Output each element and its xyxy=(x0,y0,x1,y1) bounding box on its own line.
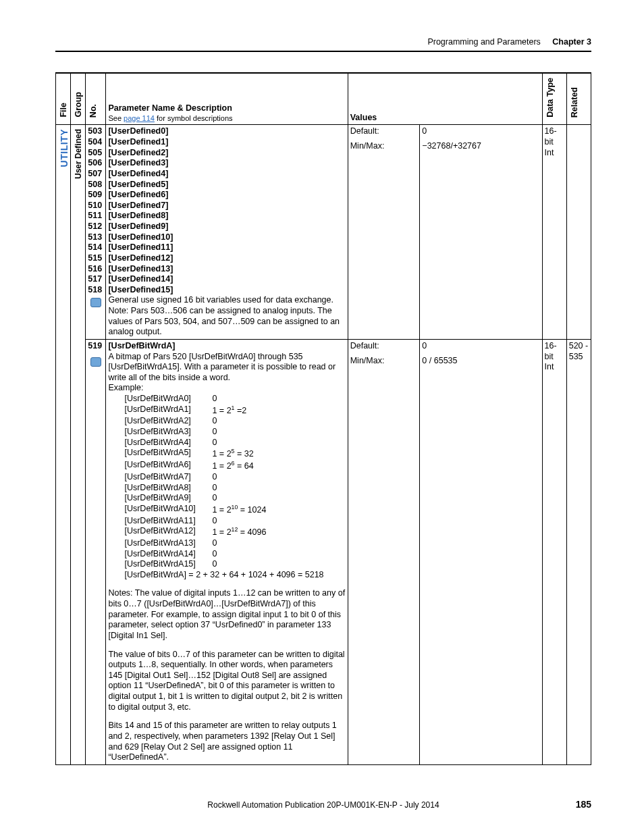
bit-row: [UsrDefBitWrdA0]0 xyxy=(124,394,345,405)
col-param: Parameter Name & Description See page 11… xyxy=(106,73,348,125)
col-group: Group xyxy=(71,73,86,125)
bit-row: [UsrDefBitWrdA12]1 = 212 = 4096 xyxy=(124,526,345,538)
related-cell: 520 - 535 xyxy=(566,339,591,764)
param-desc: [UsrDefBitWrdA] A bitmap of Pars 520 [Us… xyxy=(106,339,348,764)
param-no: 509 xyxy=(88,190,103,201)
datatype-cell: 16-bit Int xyxy=(542,125,566,340)
param-name: [UserDefined8] xyxy=(108,211,345,221)
col-datatype: Data Type xyxy=(542,73,566,125)
bit-row: [UsrDefBitWrdA6]1 = 26 = 64 xyxy=(124,460,345,472)
param-name: [UserDefined14] xyxy=(108,274,345,285)
param-name: [UserDefined6] xyxy=(108,190,345,201)
bit-label: [UsrDefBitWrdA4] xyxy=(124,438,212,448)
bit-value: 1 = 21 =2 xyxy=(212,405,246,417)
col-file: File xyxy=(56,73,71,125)
bit-row: [UsrDefBitWrdA1]1 = 21 =2 xyxy=(124,405,345,417)
datatype-cell: 16-bit Int xyxy=(542,339,566,764)
param-name: [UserDefined4] xyxy=(108,169,345,180)
table-row: UTILITY User Defined 5035045055065075085… xyxy=(56,125,591,340)
bit-label: [UsrDefBitWrdA9] xyxy=(124,493,212,504)
param-name: [UserDefined12] xyxy=(108,253,345,264)
param-name: [UserDefined2] xyxy=(108,148,345,159)
bit-label: [UsrDefBitWrdA1] xyxy=(124,405,212,417)
param-name: [UserDefined10] xyxy=(108,232,345,243)
parameter-table: File Group No. Parameter Name & Descript… xyxy=(55,72,591,765)
bit-label: [UsrDefBitWrdA6] xyxy=(124,460,212,472)
bit-row: [UsrDefBitWrdA5]1 = 25 = 32 xyxy=(124,448,345,460)
param-no: 505 xyxy=(88,148,103,159)
param-name: [UserDefined11] xyxy=(108,242,345,253)
param-no: 513 xyxy=(88,232,103,243)
bit-value: 1 = 25 = 32 xyxy=(212,448,253,460)
bit-label: [UsrDefBitWrdA3] xyxy=(124,427,212,438)
value-labels: Default: Min/Max: xyxy=(348,125,420,340)
param-no: 516 xyxy=(88,264,103,275)
param-no: 517 xyxy=(88,274,103,285)
write-icon xyxy=(90,298,101,307)
param-no: 511 xyxy=(88,211,103,221)
value-values: 0 0 / 65535 xyxy=(420,339,542,764)
bit-label: [UsrDefBitWrdA14] xyxy=(124,549,212,560)
param-name: [UserDefined15] xyxy=(108,285,345,296)
col-related: Related xyxy=(566,73,591,125)
bit-value: 0 xyxy=(212,427,217,438)
header-title: Programming and Parameters xyxy=(427,37,540,47)
bit-row: [UsrDefBitWrdA11]0 xyxy=(124,516,345,527)
page-number: 185 xyxy=(576,799,591,810)
param-no: 512 xyxy=(88,221,103,232)
param-no: 507 xyxy=(88,169,103,180)
param-desc: [UserDefined0][UserDefined1][UserDefined… xyxy=(106,125,348,340)
param-no: 504 xyxy=(88,137,103,148)
bit-row: [UsrDefBitWrdA9]0 xyxy=(124,493,345,504)
running-header: Programming and Parameters Chapter 3 xyxy=(55,37,591,52)
bit-value: 0 xyxy=(212,483,217,494)
bit-value: 0 xyxy=(212,493,217,504)
bit-label: [UsrDefBitWrdA2] xyxy=(124,416,212,427)
col-no: No. xyxy=(86,73,106,125)
bit-row: [UsrDefBitWrdA15]0 xyxy=(124,559,345,570)
link-page-114[interactable]: page 114 xyxy=(124,114,155,122)
bit-label: [UsrDefBitWrdA15] xyxy=(124,559,212,570)
param-name: [UserDefined5] xyxy=(108,180,345,190)
group-cell: User Defined xyxy=(71,125,86,764)
bit-value: 1 = 210 = 1024 xyxy=(212,504,266,516)
bit-label: [UsrDefBitWrdA13] xyxy=(124,538,212,549)
param-name: [UserDefined0] xyxy=(108,126,345,137)
bit-row: [UsrDefBitWrdA13]0 xyxy=(124,538,345,549)
bit-label: [UsrDefBitWrdA5] xyxy=(124,448,212,460)
param-no: 510 xyxy=(88,201,103,211)
value-values: 0 −32768/+32767 xyxy=(420,125,542,340)
bit-value: 0 xyxy=(212,549,217,560)
table-row: 519 [UsrDefBitWrdA] A bitmap of Pars 520… xyxy=(56,339,591,764)
bit-row: [UsrDefBitWrdA14]0 xyxy=(124,549,345,560)
bit-value: 0 xyxy=(212,516,217,527)
bit-value: 1 = 26 = 64 xyxy=(212,460,253,472)
bit-row: [UsrDefBitWrdA3]0 xyxy=(124,427,345,438)
bit-label: [UsrDefBitWrdA7] xyxy=(124,472,212,483)
bit-row: [UsrDefBitWrdA4]0 xyxy=(124,438,345,448)
param-name: [UserDefined9] xyxy=(108,221,345,232)
bit-value: 0 xyxy=(212,416,217,427)
value-labels: Default: Min/Max: xyxy=(348,339,420,764)
param-no: 503 xyxy=(88,126,103,137)
param-name: [UserDefined3] xyxy=(108,158,345,169)
param-no: 508 xyxy=(88,180,103,190)
bit-label: [UsrDefBitWrdA10] xyxy=(124,504,212,516)
write-icon xyxy=(90,357,101,367)
bit-value: 0 xyxy=(212,438,217,448)
param-no: 518 xyxy=(88,285,103,296)
col-values: Values xyxy=(348,73,542,125)
page-footer: Rockwell Automation Publication 20P-UM00… xyxy=(55,800,591,810)
param-no: 515 xyxy=(88,253,103,264)
bit-row: [UsrDefBitWrdA2]0 xyxy=(124,416,345,427)
param-no: 514 xyxy=(88,242,103,253)
header-chapter: Chapter 3 xyxy=(552,37,591,47)
bit-label: [UsrDefBitWrdA0] xyxy=(124,394,212,405)
file-cell: UTILITY xyxy=(56,125,71,764)
bit-label: [UsrDefBitWrdA11] xyxy=(124,516,212,527)
param-numbers: 519 xyxy=(86,339,106,764)
related-cell xyxy=(566,125,591,340)
bit-label: [UsrDefBitWrdA8] xyxy=(124,483,212,494)
bit-value: 0 xyxy=(212,559,217,570)
param-name: [UserDefined7] xyxy=(108,201,345,211)
